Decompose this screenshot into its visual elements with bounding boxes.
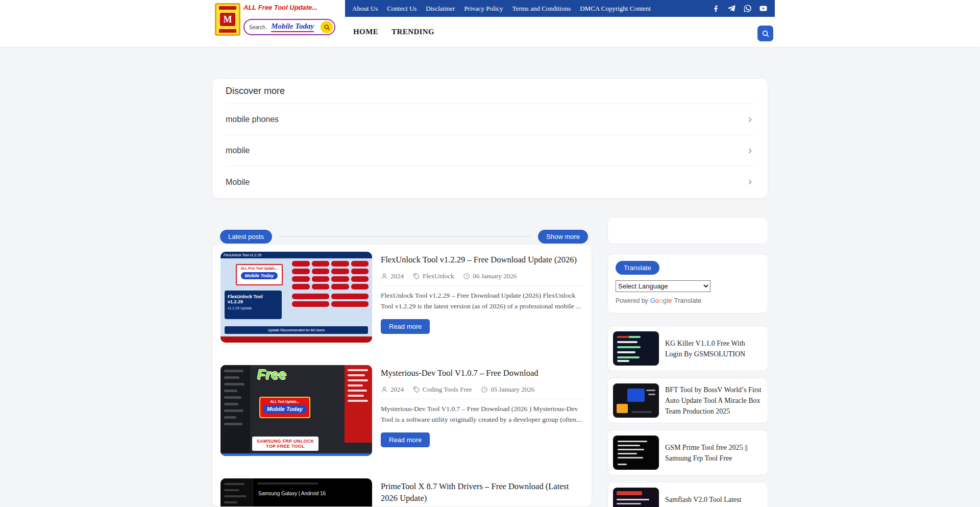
topbar-link-contact[interactable]: Contect Us [387, 5, 416, 13]
thumb-progress-bar [220, 453, 372, 456]
thumb-footer-bar: Update Recommended for All Users [225, 326, 368, 334]
sidebar-post[interactable]: KG Killer V1.1.0 Free With Login By GSMS… [607, 326, 768, 371]
author-icon [381, 273, 388, 280]
sidebar-post[interactable]: Samflash V2.0 Tool Latest Update Version… [607, 482, 768, 507]
discover-item-mobile-cap[interactable]: Mobile [226, 166, 754, 198]
sidebar-post-title: KG Killer V1.1.0 Free With Login By GSMS… [665, 338, 763, 359]
thumb-brand-badge: Mobile Today [241, 272, 277, 279]
nav-trending[interactable]: TRENDING [391, 28, 434, 36]
telegram-icon[interactable] [727, 4, 736, 13]
topbar-link-dmca[interactable]: DMCA Copyright Content [580, 5, 651, 13]
chevron-right-icon [746, 178, 754, 186]
thumb-caption: Samsung Galaxy | Android 16 [258, 491, 326, 496]
author-icon [381, 386, 388, 393]
discover-item-mobile[interactable]: mobile [226, 135, 754, 166]
post-title[interactable]: FlexUnlock Tool v1.2.29 – Free Download … [381, 254, 583, 265]
latest-posts-label: Latest posts [220, 230, 272, 244]
read-more-button[interactable]: Read more [381, 432, 430, 447]
page: About Us Contect Us Disclaimer Privacy P… [0, 0, 980, 507]
search-icon [762, 30, 770, 38]
thumb-free-text: Free [257, 367, 286, 383]
search-button[interactable] [757, 26, 773, 41]
thumb-sidebar [220, 365, 250, 456]
logo-right: ALL Free Tool Update... Search.. Mobile … [243, 3, 335, 36]
thumb-right-panel [345, 365, 372, 443]
logo-search-text: Search.. [249, 25, 268, 30]
discover-item-mobile-phones[interactable]: mobile phones [226, 104, 754, 135]
powered-by-text: Powered by [616, 297, 648, 304]
meta-divider [381, 285, 583, 286]
thumb-bottom-strip [220, 336, 372, 343]
sidebar-post-thumbnail [613, 436, 659, 470]
whatsapp-icon[interactable] [743, 4, 752, 13]
post-title[interactable]: Mysterious-Dev Tool V1.0.7 – Free Downlo… [381, 367, 583, 379]
post-body: PrimeTool X 8.7 With Drivers – Free Down… [381, 478, 583, 507]
sidebar-post-title: Samflash V2.0 Tool Latest Update Version… [665, 494, 763, 507]
facebook-icon[interactable] [712, 4, 720, 13]
thumb-ad-box: ALL Free Tool Update... Mobile Today [236, 264, 283, 285]
post-meta: 2024 FlexUnlock 06 January 2026 [381, 272, 583, 280]
post-card: Samsung Galaxy | Android 16 PrimeTool X … [220, 478, 583, 507]
clock-icon [463, 273, 470, 280]
site-logo[interactable]: M ALL Free Tool Update... Search.. Mobil… [215, 3, 335, 36]
post-label: Coding Tools Free [413, 385, 472, 394]
post-title[interactable]: PrimeTool X 8.7 With Drivers – Free Down… [381, 480, 583, 504]
posts-list: FlexUnlock Tool v1.2.29 ALL Free Tool Up… [212, 244, 592, 507]
discover-item-label: mobile phones [226, 115, 279, 124]
thumb-ad-box: ALL Tool Update... Mobile Today [259, 397, 310, 418]
translate-widget: Translate Select Language Powered by Goo… [607, 254, 768, 313]
logo-brand: Mobile Today [271, 22, 314, 32]
post-body: FlexUnlock Tool v1.2.29 – Free Download … [381, 252, 583, 343]
meta-divider [381, 399, 583, 399]
show-more-button[interactable]: Show more [538, 230, 588, 244]
thumb-brand-badge: Mobile Today [263, 405, 307, 413]
post-thumbnail[interactable]: FlexUnlock Tool v1.2.29 ALL Free Tool Up… [220, 252, 372, 343]
thumb-ad-tagline: ALL Free Tool Update... [237, 267, 282, 270]
translate-title: Translate [616, 261, 659, 275]
sidebar-widget-placeholder [607, 217, 768, 244]
thumb-sidebar [220, 478, 253, 507]
topbar-link-about[interactable]: About Us [352, 5, 378, 13]
label-icon [413, 386, 420, 393]
chevron-right-icon [746, 147, 754, 155]
main-nav: HOME TRENDING [353, 17, 434, 47]
discover-item-label: Mobile [226, 178, 250, 187]
youtube-icon[interactable] [759, 4, 768, 13]
topbar-links: About Us Contect Us Disclaimer Privacy P… [352, 5, 651, 13]
sidebar-post-thumbnail [613, 383, 659, 418]
logo-searchbar-graphic: Search.. Mobile Today [243, 19, 335, 35]
thumb-caption-line2: TOP FREE TOOL [253, 444, 317, 449]
post-thumbnail[interactable]: Free ALL Tool Update... Mobile Today SAM… [220, 365, 372, 456]
logo-badge: M [215, 3, 240, 36]
post-label: FlexUnlock [413, 272, 454, 280]
divider-line [279, 236, 531, 237]
thumb-caption-line1: SAMSUNG FRP UNLOCK [253, 439, 317, 444]
nav-home[interactable]: HOME [353, 28, 378, 36]
latest-posts-header: Latest posts Show more [220, 230, 588, 244]
thumb-panel-title: FlexUnlock Tool v1.2.29 [228, 294, 279, 304]
logo-tagline: ALL Free Tool Update... [243, 4, 335, 11]
topbar-link-privacy[interactable]: Privacy Policy [464, 5, 503, 13]
topbar-link-terms[interactable]: Terms and Conditions [512, 5, 571, 13]
thumb-top-row [257, 482, 318, 485]
discover-title: Discover more [226, 79, 754, 104]
thumb-panel-subtitle: v1.2.29 Update [228, 306, 279, 310]
post-thumbnail[interactable]: Samsung Galaxy | Android 16 [220, 478, 372, 507]
google-logo: Google [650, 297, 672, 304]
sidebar-post[interactable]: GSM Prime Tool free 2025 || Samsung Frp … [607, 430, 768, 475]
site-header: About Us Contect Us Disclaimer Privacy P… [0, 0, 980, 47]
thumb-caption-box: SAMSUNG FRP UNLOCK TOP FREE TOOL [252, 437, 318, 451]
thumb-info-panel: FlexUnlock Tool v1.2.29 v1.2.29 Update [225, 291, 282, 319]
topbar-link-disclaimer[interactable]: Disclaimer [426, 5, 455, 13]
sidebar-post[interactable]: BFT Tool by BossV World’s First Auto Upd… [607, 378, 768, 423]
thumb-titlebar: FlexUnlock Tool v1.2.29 [220, 252, 372, 258]
logo-badge-top-bar [219, 6, 236, 10]
language-select[interactable]: Select Language [616, 280, 710, 292]
read-more-button[interactable]: Read more [381, 319, 430, 334]
post-body: Mysterious-Dev Tool V1.0.7 – Free Downlo… [381, 365, 583, 456]
translate-word: Translate [674, 297, 702, 304]
sidebar-post-title: GSM Prime Tool free 2025 || Samsung Frp … [665, 442, 763, 464]
post-date: 06 January 2026 [463, 272, 517, 280]
topbar-social [712, 4, 768, 13]
thumb-ad-tagline: ALL Tool Update... [260, 400, 309, 403]
